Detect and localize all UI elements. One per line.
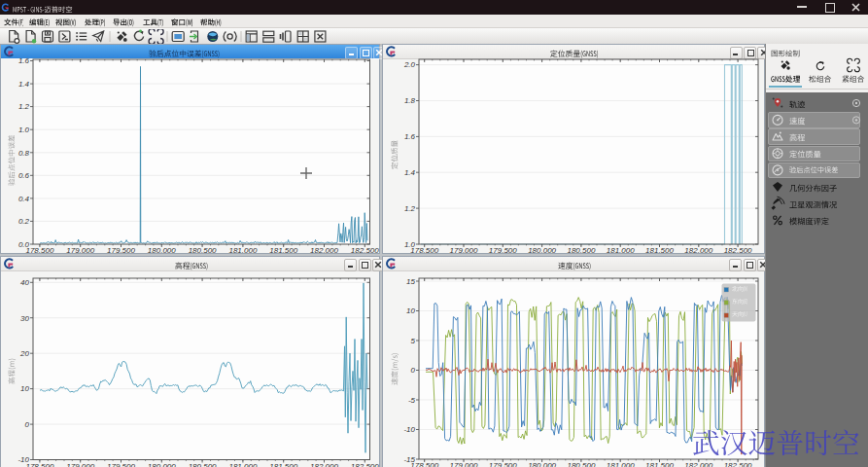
svg-text:178,500: 178,500: [25, 246, 53, 253]
svg-text:20: 20: [19, 349, 29, 358]
svg-text:180,000: 180,000: [528, 461, 556, 467]
svg-text:181,000: 181,000: [607, 246, 635, 253]
svg-text:181,500: 181,500: [645, 246, 674, 253]
svg-text:1.0: 1.0: [18, 126, 30, 134]
svg-text:180,000: 180,000: [148, 246, 176, 253]
svg-text:1.6: 1.6: [404, 132, 416, 141]
svg-text:2.0: 2.0: [403, 60, 416, 69]
svg-text:40: 40: [20, 278, 29, 287]
svg-text:179,500: 179,500: [489, 461, 517, 467]
svg-text:0: 0: [411, 366, 416, 375]
svg-text:182,000: 182,000: [684, 246, 712, 253]
svg-text:182,500: 182,500: [724, 461, 752, 467]
svg-text:182,500: 182,500: [724, 246, 752, 253]
svg-text:0.4: 0.4: [18, 195, 30, 203]
svg-text:180,000: 180,000: [148, 462, 176, 467]
svg-text:181,500: 181,500: [269, 246, 297, 253]
svg-text:179,000: 179,000: [450, 461, 478, 467]
svg-text:179,000: 179,000: [66, 462, 94, 467]
svg-text:182,500: 182,500: [351, 462, 379, 467]
svg-text:10: 10: [20, 384, 29, 393]
svg-text:179,500: 179,500: [107, 246, 135, 253]
svg-text:180,000: 180,000: [528, 246, 556, 253]
svg-text:180,500: 180,500: [189, 246, 217, 253]
svg-text:5: 5: [411, 337, 416, 345]
svg-text:178,500: 178,500: [25, 462, 53, 467]
svg-text:179,000: 179,000: [66, 246, 94, 253]
svg-text:10: 10: [406, 306, 415, 315]
svg-text:0.8: 0.8: [18, 149, 30, 158]
svg-text:179,500: 179,500: [489, 246, 517, 253]
svg-text:1.0: 1.0: [404, 240, 416, 249]
svg-text:182,000: 182,000: [310, 246, 338, 253]
svg-text:1.8: 1.8: [404, 96, 416, 105]
svg-text:181,000: 181,000: [228, 246, 257, 253]
svg-text:-10: -10: [403, 425, 415, 434]
svg-text:180,500: 180,500: [567, 461, 595, 467]
svg-text:15: 15: [406, 277, 415, 286]
svg-text:-10: -10: [17, 455, 29, 464]
svg-text:0.0: 0.0: [18, 240, 30, 249]
svg-text:181,000: 181,000: [228, 462, 257, 467]
svg-text:182,000: 182,000: [310, 462, 338, 467]
svg-text:179,500: 179,500: [107, 462, 135, 467]
svg-text:181,500: 181,500: [645, 461, 674, 467]
svg-text:1.4: 1.4: [18, 80, 30, 89]
svg-text:-15: -15: [403, 455, 415, 464]
svg-text:181,000: 181,000: [607, 461, 635, 467]
svg-text:1.6: 1.6: [18, 58, 30, 65]
svg-text:30: 30: [20, 314, 29, 323]
svg-text:0: 0: [25, 420, 30, 429]
svg-text:180,500: 180,500: [567, 246, 595, 253]
svg-text:179,000: 179,000: [450, 246, 478, 253]
svg-text:0.6: 0.6: [18, 171, 30, 180]
svg-text:1.4: 1.4: [404, 168, 416, 177]
svg-text:182,000: 182,000: [684, 461, 712, 467]
svg-text:1.2: 1.2: [18, 102, 30, 111]
svg-text:181,500: 181,500: [269, 462, 297, 467]
svg-text:0.2: 0.2: [18, 217, 30, 226]
svg-text:-5: -5: [408, 396, 416, 405]
svg-text:180,500: 180,500: [189, 462, 217, 467]
svg-text:182,500: 182,500: [351, 246, 379, 253]
svg-text:1.2: 1.2: [404, 204, 416, 213]
